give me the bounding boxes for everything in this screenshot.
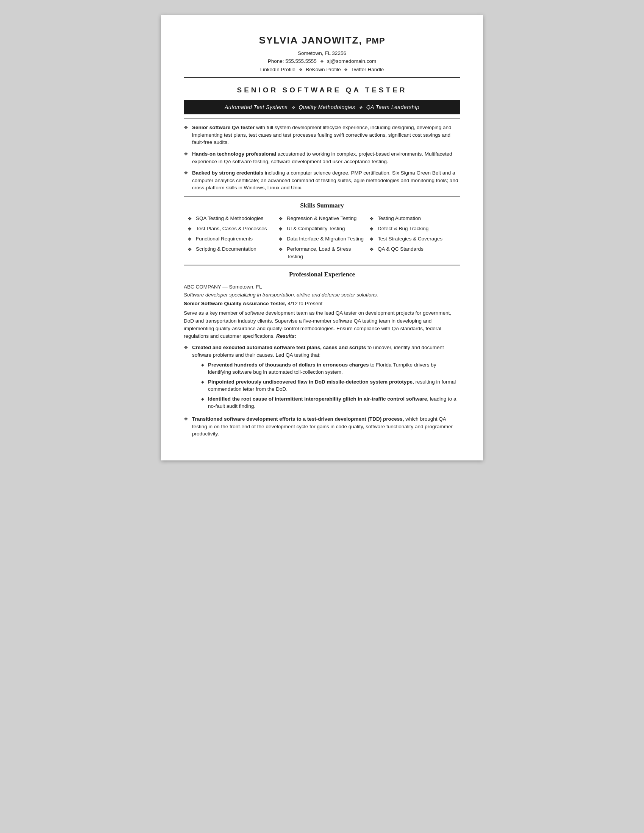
exp-bullet-1: ❖ Created and executed automated softwar… (184, 344, 460, 412)
summary-diamond-3: ❖ (184, 170, 188, 177)
skill-label-2-3: Data Interface & Migration Testing (287, 235, 364, 243)
job-title-bold: Senior Software Quality Assurance Tester… (184, 301, 287, 306)
summary-diamond-1: ❖ (184, 124, 188, 131)
skill-2-1: ❖ Regression & Negative Testing (279, 215, 365, 223)
banner-diamond-1: ❖ (291, 105, 295, 111)
exp-diamond-2: ❖ (184, 416, 188, 423)
summary-diamond-2: ❖ (184, 151, 188, 158)
skills-section: Skills Summary ❖ SQA Testing & Methodolo… (184, 201, 460, 260)
skill-diamond-1-2: ❖ (188, 226, 192, 233)
summary-text-2: Hands-on technology professional accusto… (192, 150, 460, 165)
skills-grid: ❖ SQA Testing & Methodologies ❖ Test Pla… (184, 215, 460, 260)
banner-section: Automated Test Systems ❖ Quality Methodo… (184, 100, 460, 114)
beknown-link[interactable]: BeKown Profile (306, 67, 341, 72)
summary-section: ❖ Senior software QA tester with full sy… (184, 124, 460, 191)
sub-bullet-1-2: ◆ Pinpointed previously undiscovered fla… (201, 378, 460, 393)
skill-3-4: ❖ QA & QC Standards (369, 245, 456, 253)
header-section: SYLVIA JANOWITZ, PMP Sometown, FL 32256 … (184, 33, 460, 74)
skill-diamond-1-4: ❖ (188, 246, 192, 253)
skill-label-3-1: Testing Automation (378, 215, 421, 222)
sub-bullet-1-3: ◆ Identified the root cause of intermitt… (201, 395, 460, 410)
skills-heading: Skills Summary (184, 201, 460, 211)
skill-label-1-2: Test Plans, Cases & Processes (196, 225, 267, 233)
skill-diamond-3-1: ❖ (369, 215, 374, 223)
skill-diamond-3-3: ❖ (369, 236, 374, 243)
company-text: ABC COMPANY — Sometown, FL (184, 284, 262, 289)
diamond-1: ❖ (320, 58, 324, 65)
sub-bullet-1-2-content: Pinpointed previously undiscovered flaw … (208, 378, 460, 393)
job-desc-text: Serve as a key member of software develo… (184, 310, 451, 339)
banner-item-1: Automated Test Systems (225, 104, 288, 110)
skill-1-3: ❖ Functional Requirements (188, 235, 275, 243)
skill-label-3-4: QA & QC Standards (378, 245, 423, 253)
exp-bullet-1-text: Created and executed automated software … (192, 344, 460, 359)
skill-1-4: ❖ Scripting & Documentation (188, 245, 275, 253)
linkedin-link[interactable]: LinkedIn Profile (260, 67, 295, 72)
sub-diamond-1-2: ◆ (201, 380, 204, 385)
skill-diamond-1-1: ❖ (188, 215, 192, 223)
skills-divider (184, 265, 460, 265)
job-title-date: 4/12 to Present (287, 301, 322, 306)
sub-bullet-1-3-content: Identified the root cause of intermitten… (208, 395, 460, 410)
sub-bullet-1-1-bold: Prevented hundreds of thousands of dolla… (208, 362, 369, 368)
sub-bullet-1-1-content: Prevented hundreds of thousands of dolla… (208, 361, 460, 376)
tagline-text: Software developer specializing in trans… (184, 292, 378, 298)
skill-label-2-1: Regression & Negative Testing (287, 215, 356, 222)
skill-diamond-2-4: ❖ (279, 246, 283, 253)
skill-2-4: ❖ Performance, Load & Stress Testing (279, 245, 365, 260)
skill-diamond-2-2: ❖ (279, 226, 283, 233)
experience-heading: Professional Experience (184, 270, 460, 280)
skill-diamond-2-3: ❖ (279, 236, 283, 243)
summary-bullet-2: ❖ Hands-on technology professional accus… (184, 150, 460, 165)
credential-text: PMP (366, 36, 385, 45)
skill-3-1: ❖ Testing Automation (369, 215, 456, 223)
summary-bullet-3: ❖ Backed by strong credentials including… (184, 169, 460, 191)
skill-diamond-3-2: ❖ (369, 226, 374, 233)
twitter-link[interactable]: Twitter Handle (351, 67, 384, 72)
job-title-block: SENIOR SOFTWARE QA TESTER (184, 82, 460, 98)
skill-1-1: ❖ SQA Testing & Methodologies (188, 215, 275, 223)
diamond-2: ❖ (299, 67, 303, 74)
skill-label-2-4: Performance, Load & Stress Testing (287, 245, 365, 260)
exp-bullet-2-bold: Transitioned software development effort… (192, 416, 404, 422)
sub-diamond-1-1: ◆ (201, 362, 204, 368)
skills-col-2: ❖ Regression & Negative Testing ❖ UI & C… (279, 215, 365, 260)
job-title-line: Senior Software Quality Assurance Tester… (184, 300, 460, 307)
candidate-name: SYLVIA JANOWITZ, PMP (184, 33, 460, 48)
exp-bullets: ❖ Created and executed automated softwar… (184, 344, 460, 437)
phone-number: 555.555.5555 (285, 58, 317, 64)
skill-diamond-3-4: ❖ (369, 246, 374, 253)
name-text: SYLVIA JANOWITZ, (259, 34, 362, 46)
skill-label-1-3: Functional Requirements (196, 235, 253, 243)
summary-bold-3: Backed by strong credentials (192, 170, 263, 176)
skill-label-2-2: UI & Compatibility Testing (287, 225, 345, 233)
exp-bullet-2: ❖ Transitioned software development effo… (184, 415, 460, 438)
summary-bold-1: Senior software QA tester (192, 125, 254, 130)
skills-col-1: ❖ SQA Testing & Methodologies ❖ Test Pla… (188, 215, 275, 260)
skill-label-3-3: Test Strategies & Coverages (378, 235, 443, 243)
contact-info: Sometown, FL 32256 Phone: 555.555.5555 ❖… (184, 49, 460, 74)
skills-col-3: ❖ Testing Automation ❖ Defect & Bug Trac… (369, 215, 456, 260)
diamond-3: ❖ (344, 67, 348, 74)
city-line: Sometown, FL 32256 (184, 49, 460, 58)
exp-diamond-1: ❖ (184, 344, 188, 351)
sub-diamond-1-3: ◆ (201, 396, 204, 402)
job-title-heading: SENIOR SOFTWARE QA TESTER (184, 85, 460, 95)
skill-2-3: ❖ Data Interface & Migration Testing (279, 235, 365, 243)
resume-page: SYLVIA JANOWITZ, PMP Sometown, FL 32256 … (161, 15, 483, 460)
summary-text-3: Backed by strong credentials including a… (192, 169, 460, 191)
links-line: LinkedIn Profile ❖ BeKown Profile ❖ Twit… (184, 66, 460, 74)
results-label: Results: (276, 333, 296, 339)
summary-bullet-1: ❖ Senior software QA tester with full sy… (184, 124, 460, 146)
email: sj@somedomain.com (327, 58, 376, 64)
exp-bullet-1-bold: Created and executed automated software … (192, 344, 366, 350)
skill-diamond-1-3: ❖ (188, 236, 192, 243)
summary-text-1: Senior software QA tester with full syst… (192, 124, 460, 146)
skill-label-1-4: Scripting & Documentation (196, 245, 256, 253)
phone-line: Phone: 555.555.5555 ❖ sj@somedomain.com (184, 57, 460, 66)
summary-bold-2: Hands-on technology professional (192, 151, 276, 157)
skill-label-1-1: SQA Testing & Methodologies (196, 215, 263, 222)
skill-1-2: ❖ Test Plans, Cases & Processes (188, 225, 275, 233)
banner-diamond-2: ❖ (359, 105, 363, 111)
sub-bullet-1-2-bold: Pinpointed previously undiscovered flaw … (208, 379, 414, 385)
